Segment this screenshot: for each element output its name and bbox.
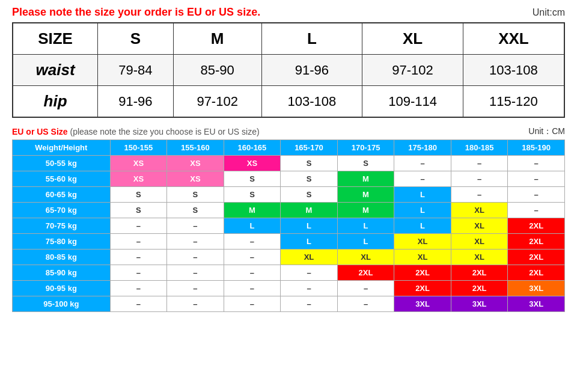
weight-label: 90-95 kg	[13, 281, 111, 296]
size-col-header: XXL	[463, 23, 564, 55]
wh-cell: –	[337, 281, 394, 296]
wh-cell: L	[224, 218, 281, 234]
wh-col-header: 185-190	[508, 140, 565, 156]
wh-cell: L	[337, 234, 394, 250]
top-note-bar: Please note the size your order is EU or…	[12, 6, 565, 19]
size-cell: 103-108	[261, 86, 362, 118]
wh-cell: –	[167, 250, 224, 265]
wh-table-row: 80-85 kg–––XLXLXLXL2XL	[13, 250, 565, 265]
top-note-text: Please note the size your order is EU or…	[12, 6, 260, 19]
wh-cell: 2XL	[451, 281, 508, 296]
wh-cell: –	[167, 218, 224, 234]
size-table-row: waist79-8485-9091-9697-102103-108	[13, 55, 564, 86]
wh-cell: –	[167, 296, 224, 312]
wh-cell: 3XL	[451, 296, 508, 312]
wh-cell: –	[508, 171, 565, 187]
second-unit: Unit：CM	[528, 126, 565, 137]
wh-cell: –	[451, 171, 508, 187]
size-col-header: XL	[362, 23, 463, 55]
top-unit: Unit:cm	[533, 7, 565, 18]
wh-cell: –	[167, 265, 224, 281]
wh-cell: XL	[451, 250, 508, 265]
wh-table-row: 75-80 kg–––LLXLXL2XL	[13, 234, 565, 250]
wh-table-body: 50-55 kgXSXSXSSS–––55-60 kgXSXSSSM–––60-…	[13, 156, 565, 312]
wh-cell: –	[224, 265, 281, 281]
wh-cell: M	[337, 171, 394, 187]
wh-cell: –	[508, 156, 565, 171]
wh-cell: S	[167, 203, 224, 218]
wh-cell: –	[281, 281, 338, 296]
wh-cell: 3XL	[508, 281, 565, 296]
size-cell: 103-108	[463, 55, 564, 86]
weight-label: 50-55 kg	[13, 156, 111, 171]
second-note-left: EU or US Size (please note the size you …	[12, 127, 260, 136]
wh-col-header: 170-175	[337, 140, 394, 156]
wh-cell: M	[337, 203, 394, 218]
wh-table-row: 90-95 kg–––––2XL2XL3XL	[13, 281, 565, 296]
wh-cell: –	[508, 187, 565, 203]
wh-col-header: 160-165	[224, 140, 281, 156]
size-table-header: SIZESMLXLXXL	[13, 23, 564, 55]
wh-cell: –	[110, 218, 167, 234]
wh-cell: M	[224, 203, 281, 218]
wh-cell: 2XL	[451, 265, 508, 281]
wh-cell: S	[167, 187, 224, 203]
wh-header-row: Weight/Height150-155155-160160-165165-17…	[13, 140, 565, 156]
wh-cell: XL	[337, 250, 394, 265]
wh-col-header: 180-185	[451, 140, 508, 156]
wh-cell: –	[224, 281, 281, 296]
wh-cell: –	[167, 281, 224, 296]
wh-cell: –	[224, 250, 281, 265]
wh-cell: 3XL	[508, 296, 565, 312]
wh-cell: L	[337, 218, 394, 234]
wh-cell: 2XL	[508, 250, 565, 265]
wh-cell: XS	[224, 156, 281, 171]
weight-label: 55-60 kg	[13, 171, 111, 187]
wh-cell: S	[337, 156, 394, 171]
size-cell: 115-120	[463, 86, 564, 118]
wh-table-row: 60-65 kgSSSSML––	[13, 187, 565, 203]
wh-cell: S	[110, 187, 167, 203]
size-cell: 85-90	[173, 55, 261, 86]
wh-cell: S	[224, 171, 281, 187]
size-cell: 79-84	[98, 55, 174, 86]
second-note-bar: EU or US Size (please note the size you …	[12, 126, 565, 137]
wh-cell: –	[224, 234, 281, 250]
weight-label: 70-75 kg	[13, 218, 111, 234]
eu-label: EU or US Size	[12, 127, 68, 136]
wh-cell: –	[110, 296, 167, 312]
size-table-row: hip91-9697-102103-108109-114115-120	[13, 86, 564, 118]
wh-cell: XL	[451, 203, 508, 218]
wh-cell: XL	[394, 234, 451, 250]
wh-cell: L	[394, 203, 451, 218]
size-cell: 91-96	[261, 55, 362, 86]
wh-cell: –	[394, 156, 451, 171]
wh-cell: M	[281, 203, 338, 218]
weight-label: 85-90 kg	[13, 265, 111, 281]
wh-table: Weight/Height150-155155-160160-165165-17…	[12, 139, 565, 312]
size-table: SIZESMLXLXXL waist79-8485-9091-9697-1021…	[12, 22, 565, 118]
wh-cell: –	[281, 265, 338, 281]
wh-cell: –	[394, 171, 451, 187]
weight-label: 60-65 kg	[13, 187, 111, 203]
wh-col-header: 175-180	[394, 140, 451, 156]
wh-cell: XS	[110, 156, 167, 171]
wh-table-row: 55-60 kgXSXSSSM–––	[13, 171, 565, 187]
wh-cell: S	[281, 156, 338, 171]
wh-cell: XL	[281, 250, 338, 265]
size-cell: 109-114	[362, 86, 463, 118]
wh-table-row: 85-90 kg––––2XL2XL2XL2XL	[13, 265, 565, 281]
size-header-row: SIZESMLXLXXL	[13, 23, 564, 55]
wh-cell: XS	[167, 156, 224, 171]
wh-cell: L	[394, 218, 451, 234]
wh-cell: S	[281, 187, 338, 203]
wh-cell: –	[110, 265, 167, 281]
wh-cell: 3XL	[394, 296, 451, 312]
wh-cell: L	[394, 187, 451, 203]
wh-cell: –	[451, 187, 508, 203]
wh-table-row: 70-75 kg––LLLLXL2XL	[13, 218, 565, 234]
wh-table-row: 65-70 kgSSMMMLXL–	[13, 203, 565, 218]
wh-cell: XL	[451, 234, 508, 250]
size-cell: 97-102	[173, 86, 261, 118]
wh-cell: XS	[167, 171, 224, 187]
